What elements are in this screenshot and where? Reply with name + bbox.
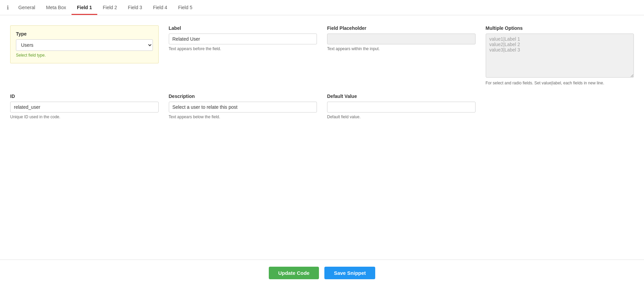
default-value-input[interactable] (327, 102, 476, 113)
tab-field-3[interactable]: Field 3 (122, 0, 147, 15)
tab-field-1[interactable]: Field 1 (72, 0, 97, 15)
type-label: Type (16, 31, 153, 37)
multiple-options-textarea[interactable]: value1|Label 1 value2|Label 2 value3|Lab… (486, 34, 634, 78)
id-label: ID (10, 94, 159, 99)
placeholder-input[interactable] (327, 34, 476, 44)
fields-row-1: Type Users Text Textarea Select Radio Ch… (10, 25, 634, 85)
type-select[interactable]: Users Text Textarea Select Radio Checkbo… (16, 39, 153, 51)
id-input[interactable] (10, 102, 159, 113)
placeholder-label: Field Placeholder (327, 25, 476, 31)
label-section: Label Text appears before the field. (169, 25, 317, 51)
save-snippet-button[interactable]: Save Snippet (324, 267, 375, 279)
fields-row-2: ID Unique ID used in the code. Descripti… (10, 94, 634, 119)
update-code-button[interactable]: Update Code (269, 267, 319, 279)
description-label: Description (169, 94, 317, 99)
type-hint: Select field type. (16, 53, 153, 58)
multiple-options-section: Multiple Options value1|Label 1 value2|L… (486, 25, 634, 85)
description-hint: Text appears below the field. (169, 115, 317, 119)
default-value-hint: Default field value. (327, 115, 476, 119)
main-content: Type Users Text Textarea Select Radio Ch… (0, 15, 644, 260)
tab-general[interactable]: General (13, 0, 41, 15)
id-hint: Unique ID used in the code. (10, 115, 159, 119)
default-value-section: Default Value Default field value. (327, 94, 476, 119)
bottom-bar: Update Code Save Snippet (0, 260, 644, 286)
label-field-label: Label (169, 25, 317, 31)
tab-field-4[interactable]: Field 4 (147, 0, 173, 15)
tab-meta-box[interactable]: Meta Box (41, 0, 72, 15)
description-section: Description Text appears below the field… (169, 94, 317, 119)
default-value-label: Default Value (327, 94, 476, 99)
description-input[interactable] (169, 102, 317, 113)
label-input[interactable] (169, 34, 317, 44)
placeholder-section: Field Placeholder Text appears within th… (327, 25, 476, 51)
type-section: Type Users Text Textarea Select Radio Ch… (10, 25, 159, 63)
tab-bar: ℹ General Meta Box Field 1 Field 2 Field… (0, 0, 644, 15)
id-section: ID Unique ID used in the code. (10, 94, 159, 119)
tab-field-5[interactable]: Field 5 (173, 0, 198, 15)
label-hint: Text appears before the field. (169, 46, 317, 51)
page-wrapper: ℹ General Meta Box Field 1 Field 2 Field… (0, 0, 644, 286)
info-icon[interactable]: ℹ (7, 4, 9, 11)
multiple-options-hint: For select and radio fields. Set value|l… (486, 81, 634, 85)
placeholder-hint: Text appears within the input. (327, 46, 476, 51)
tab-field-2[interactable]: Field 2 (97, 0, 122, 15)
multiple-options-label: Multiple Options (486, 25, 634, 31)
